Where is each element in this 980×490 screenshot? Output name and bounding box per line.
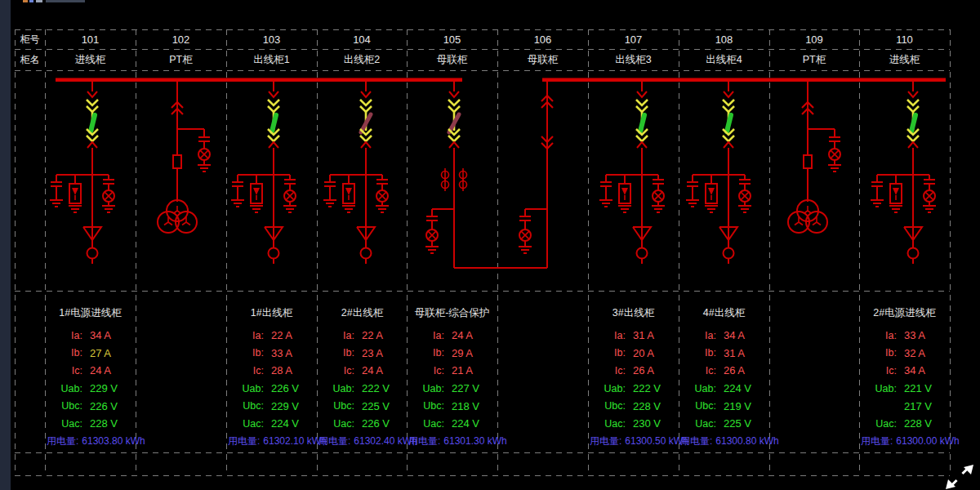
ia-value: 31 A xyxy=(633,329,654,341)
cabinet-no-107: 107 xyxy=(588,29,679,49)
window-left-edge xyxy=(0,0,11,490)
uac-label: Uac: xyxy=(859,418,897,430)
ic-value: 24 A xyxy=(362,364,383,376)
uac-value: 226 V xyxy=(362,417,390,430)
cabinet-name-102: PT柜 xyxy=(136,49,226,70)
diagram-102-pt xyxy=(158,82,211,233)
measurement-row: Uac:228 V xyxy=(859,415,950,433)
ubc-label: Ubc: xyxy=(679,400,716,412)
ubc-label: Ubc: xyxy=(317,400,354,412)
panel-104: 2#出线柜 Ia:22 A Ib:23 A Ic:24 A Uab:222 V … xyxy=(317,292,408,452)
diagram-107-feeder[interactable] xyxy=(599,82,665,264)
energy-label: 用电量: xyxy=(228,435,260,447)
measurement-row: Ic:24 A xyxy=(45,362,136,380)
energy-row: 用电量:61303.80 kWh xyxy=(45,434,136,448)
measurement-row: Ia:31 A xyxy=(588,327,679,345)
measurement-row: Uab:224 V xyxy=(679,380,769,398)
measurement-row: Uac:230 V xyxy=(588,415,679,433)
ia-label: Ia: xyxy=(588,330,626,341)
energy-row: 用电量:61300.00 kWh xyxy=(859,434,950,448)
uac-value: 225 V xyxy=(724,417,751,430)
uab-value: 227 V xyxy=(452,382,479,394)
ic-value: 28 A xyxy=(271,364,292,376)
grid-vline xyxy=(769,29,770,475)
uac-label: Uac: xyxy=(226,418,264,430)
energy-label: 用电量: xyxy=(408,435,440,447)
ib-value: 33 A xyxy=(271,347,292,359)
measurement-row: Ubc:228 V xyxy=(588,397,679,415)
measurement-row: Uac:224 V xyxy=(226,415,317,433)
measurement-row: Uac:225 V xyxy=(679,415,769,433)
cabinet-no-106: 106 xyxy=(497,29,588,49)
ubc-value: 218 V xyxy=(452,400,479,412)
diagram-105-bustie_breaker[interactable] xyxy=(425,82,467,268)
uab-value: 229 V xyxy=(90,382,118,394)
measurement-row: Ia:34 A xyxy=(45,327,136,345)
measurement-row: Ib:27 A xyxy=(45,345,136,363)
busbar-section-1 xyxy=(56,78,462,82)
energy-value: 61303.80 kWh xyxy=(82,435,145,447)
ubc-value: 225 V xyxy=(362,400,390,412)
ic-label: Ic: xyxy=(588,365,626,376)
measurement-row: Ia:24 A xyxy=(407,327,497,345)
cabinet-name-103: 出线柜1 xyxy=(226,49,317,70)
ib-label: Ib: xyxy=(45,347,82,359)
diagram-103-feeder[interactable] xyxy=(231,82,296,264)
title-fragment xyxy=(23,0,28,2)
energy-label: 用电量: xyxy=(47,435,78,447)
measurement-row: Uab:226 V xyxy=(226,380,317,398)
measurement-row: Ic:34 A xyxy=(859,362,950,380)
cabinet-no-103: 103 xyxy=(226,29,317,49)
grid-hline xyxy=(15,70,950,71)
uac-label: Uac: xyxy=(317,418,354,430)
diagram-109-pt xyxy=(788,82,841,233)
diagram-104-feeder[interactable] xyxy=(323,82,389,264)
cabinet-name-101: 进线柜 xyxy=(45,49,136,70)
uab-value: 226 V xyxy=(271,382,299,394)
cabinet-no-104: 104 xyxy=(317,29,407,49)
ic-label: Ic: xyxy=(226,365,264,376)
measurement-row: Uab:227 V xyxy=(407,380,497,398)
energy-label: 用电量: xyxy=(590,435,621,447)
uab-value: 222 V xyxy=(633,382,661,394)
uac-value: 224 V xyxy=(452,417,479,430)
uab-label: Uab: xyxy=(588,383,626,394)
ib-label: Ib: xyxy=(859,347,897,359)
ubc-label: Ubc: xyxy=(588,400,626,412)
diagram-110-incoming[interactable] xyxy=(871,82,936,264)
title-fragment xyxy=(46,0,85,2)
ib-value: 20 A xyxy=(633,347,654,359)
title-fragment xyxy=(29,0,33,2)
measurement-row: Ia:34 A xyxy=(679,327,769,345)
busbar-section-2 xyxy=(542,78,946,82)
ic-value: 24 A xyxy=(90,364,111,376)
cabinet-name-104: 出线柜2 xyxy=(317,49,407,70)
measurement-row: Uab:229 V xyxy=(45,380,136,398)
measurement-row: Ubc:225 V xyxy=(317,397,408,415)
diagram-108-feeder[interactable] xyxy=(686,82,751,264)
uab-value: 224 V xyxy=(724,382,751,394)
ia-label: Ia: xyxy=(859,330,897,341)
measurement-row: Ic:24 A xyxy=(317,362,408,380)
energy-row: 用电量:61300.80 kWh xyxy=(679,434,769,448)
uab-label: Uab: xyxy=(45,383,82,394)
energy-label: 用电量: xyxy=(861,435,893,447)
cabinet-name-108: 出线柜4 xyxy=(679,49,769,70)
grid-vline xyxy=(136,29,136,475)
panel-title: 3#出线柜 xyxy=(588,304,679,322)
cabinet-no-101: 101 xyxy=(45,29,136,49)
measurement-row: Ib:20 A xyxy=(588,345,679,363)
uab-label: Uab: xyxy=(407,383,444,394)
ic-label: Ic: xyxy=(679,365,716,376)
ia-label: Ia: xyxy=(679,330,716,341)
mouse-cursor-icon xyxy=(939,459,977,490)
energy-row: 用电量:61300.50 kWh xyxy=(588,434,679,448)
ia-value: 24 A xyxy=(452,329,473,341)
ia-label: Ia: xyxy=(226,330,264,341)
diagram-101-incoming[interactable] xyxy=(50,82,115,264)
uac-value: 228 V xyxy=(90,417,118,430)
ic-label: Ic: xyxy=(407,365,444,376)
ib-value: 32 A xyxy=(904,347,925,359)
ic-label: Ic: xyxy=(859,365,897,376)
measurement-row: Ubc:219 V xyxy=(679,397,769,415)
